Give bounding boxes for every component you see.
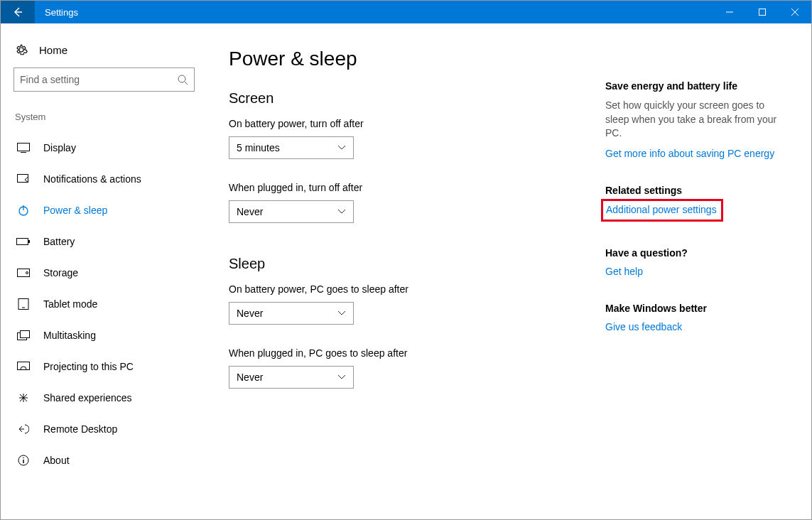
search-field[interactable] bbox=[20, 74, 177, 85]
related-heading: Related settings bbox=[605, 185, 790, 196]
minimize-icon bbox=[726, 9, 733, 16]
sidebar-item-label: Display bbox=[43, 142, 76, 153]
close-icon bbox=[791, 9, 799, 16]
chevron-down-icon bbox=[337, 374, 346, 380]
sidebar-item-label: Remote Desktop bbox=[43, 423, 117, 435]
svg-rect-11 bbox=[17, 239, 28, 245]
home-label: Home bbox=[39, 44, 67, 56]
multitasking-icon bbox=[16, 330, 31, 340]
sidebar-item-storage[interactable]: Storage bbox=[13, 257, 195, 288]
sidebar-item-projecting[interactable]: Projecting to this PC bbox=[13, 351, 195, 382]
sidebar-item-tablet[interactable]: Tablet mode bbox=[13, 288, 195, 320]
tablet-icon bbox=[16, 298, 31, 310]
sleep-plugged-label: When plugged in, PC goes to sleep after bbox=[229, 347, 563, 359]
sidebar-item-label: Tablet mode bbox=[43, 298, 97, 310]
screen-plugged-select[interactable]: Never bbox=[229, 200, 354, 223]
select-value: Never bbox=[237, 372, 263, 383]
question-heading: Have a question? bbox=[605, 247, 790, 259]
window-title: Settings bbox=[35, 7, 713, 18]
sidebar-item-label: Storage bbox=[43, 267, 78, 278]
close-button[interactable] bbox=[779, 1, 811, 23]
arrow-left-icon bbox=[12, 6, 23, 18]
sidebar-item-remote[interactable]: Remote Desktop bbox=[13, 413, 195, 445]
svg-rect-19 bbox=[18, 362, 30, 370]
chevron-down-icon bbox=[337, 145, 346, 151]
sidebar-item-label: Battery bbox=[43, 236, 75, 247]
main-content: Power & sleep Screen On battery power, t… bbox=[229, 48, 563, 519]
svg-rect-1 bbox=[759, 9, 766, 16]
maximize-button[interactable] bbox=[746, 1, 779, 23]
remote-icon bbox=[16, 423, 31, 435]
power-icon bbox=[16, 205, 31, 216]
energy-text: Set how quickly your screen goes to slee… bbox=[605, 99, 790, 141]
maximize-icon bbox=[759, 9, 766, 16]
minimize-button[interactable] bbox=[713, 1, 746, 23]
highlight-annotation: Additional power settings bbox=[601, 199, 723, 222]
additional-power-link[interactable]: Additional power settings bbox=[606, 204, 717, 215]
sidebar-item-label: Multitasking bbox=[43, 330, 96, 341]
better-heading: Make Windows better bbox=[605, 303, 790, 314]
sidebar-item-label: Notifications & actions bbox=[43, 173, 141, 185]
svg-line-5 bbox=[185, 82, 188, 85]
storage-icon bbox=[16, 269, 31, 277]
sidebar-item-notifications[interactable]: Notifications & actions bbox=[13, 163, 195, 195]
sidebar-item-label: About bbox=[43, 455, 70, 466]
svg-rect-6 bbox=[18, 143, 30, 151]
chevron-down-icon bbox=[337, 209, 346, 215]
sleep-heading: Sleep bbox=[229, 256, 563, 272]
group-label: System bbox=[15, 112, 195, 122]
home-button[interactable]: Home bbox=[15, 43, 195, 56]
sidebar-item-multitasking[interactable]: Multitasking bbox=[13, 320, 195, 351]
sleep-battery-select[interactable]: Never bbox=[229, 302, 354, 325]
energy-link[interactable]: Get more info about saving PC energy bbox=[605, 148, 774, 159]
sidebar-item-battery[interactable]: Battery bbox=[13, 226, 195, 257]
sidebar-item-label: Projecting to this PC bbox=[43, 361, 134, 372]
screen-plugged-label: When plugged in, turn off after bbox=[229, 182, 563, 193]
sleep-plugged-select[interactable]: Never bbox=[229, 366, 354, 389]
sidebar-item-display[interactable]: Display bbox=[13, 132, 195, 163]
display-icon bbox=[16, 143, 31, 153]
svg-point-4 bbox=[178, 75, 185, 82]
get-help-link[interactable]: Get help bbox=[605, 266, 643, 277]
svg-point-26 bbox=[23, 457, 24, 459]
gear-icon bbox=[15, 43, 28, 56]
projecting-icon bbox=[16, 362, 31, 372]
svg-rect-18 bbox=[21, 331, 30, 338]
sidebar: Home System Display Notifications & acti… bbox=[1, 23, 207, 519]
svg-point-14 bbox=[26, 272, 28, 274]
aside: Save energy and battery life Set how qui… bbox=[605, 48, 790, 519]
page-title: Power & sleep bbox=[229, 48, 563, 70]
select-value: Never bbox=[237, 308, 263, 319]
shared-icon bbox=[16, 392, 31, 403]
chevron-down-icon bbox=[337, 310, 346, 316]
select-value: 5 minutes bbox=[237, 142, 280, 153]
battery-icon bbox=[16, 237, 31, 246]
feedback-link[interactable]: Give us feedback bbox=[605, 321, 682, 332]
back-button[interactable] bbox=[1, 1, 35, 23]
sidebar-item-label: Power & sleep bbox=[43, 205, 107, 216]
energy-heading: Save energy and battery life bbox=[605, 80, 790, 92]
search-input[interactable] bbox=[13, 67, 195, 92]
sidebar-item-shared[interactable]: Shared experiences bbox=[13, 382, 195, 413]
select-value: Never bbox=[237, 206, 263, 217]
sleep-battery-label: On battery power, PC goes to sleep after bbox=[229, 283, 563, 295]
sidebar-item-about[interactable]: About bbox=[13, 445, 195, 476]
sidebar-item-label: Shared experiences bbox=[43, 392, 132, 403]
svg-rect-13 bbox=[18, 269, 30, 277]
screen-battery-label: On battery power, turn off after bbox=[229, 118, 563, 129]
titlebar: Settings bbox=[1, 1, 811, 23]
about-icon bbox=[16, 455, 31, 466]
notifications-icon bbox=[16, 174, 31, 184]
search-icon bbox=[177, 74, 188, 85]
svg-rect-12 bbox=[28, 240, 30, 243]
sidebar-item-power-sleep[interactable]: Power & sleep bbox=[13, 195, 195, 226]
screen-battery-select[interactable]: 5 minutes bbox=[229, 136, 354, 159]
screen-heading: Screen bbox=[229, 90, 563, 107]
